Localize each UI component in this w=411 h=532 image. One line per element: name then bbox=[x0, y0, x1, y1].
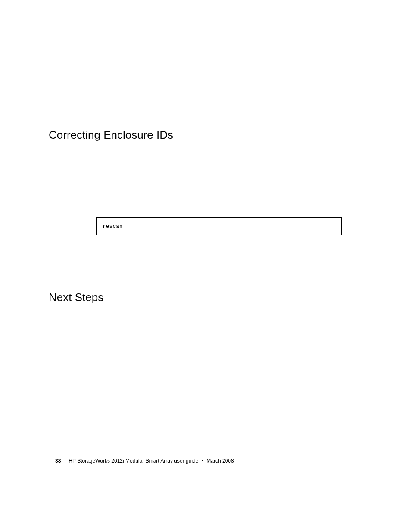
footer-date: March 2008 bbox=[206, 458, 234, 464]
page-number: 38 bbox=[55, 458, 61, 464]
section-heading-correcting-enclosure-ids: Correcting Enclosure IDs bbox=[49, 128, 173, 142]
page-container: Correcting Enclosure IDs rescan Next Ste… bbox=[0, 0, 411, 532]
section-heading-next-steps: Next Steps bbox=[49, 291, 103, 304]
footer-text: HP StorageWorks 2012i Modular Smart Arra… bbox=[68, 458, 234, 464]
footer-bullet: • bbox=[202, 458, 203, 464]
code-block: rescan bbox=[96, 217, 342, 235]
code-command: rescan bbox=[103, 223, 123, 230]
footer-title: HP StorageWorks 2012i Modular Smart Arra… bbox=[68, 458, 198, 464]
page-footer: 38 HP StorageWorks 2012i Modular Smart A… bbox=[55, 458, 234, 464]
